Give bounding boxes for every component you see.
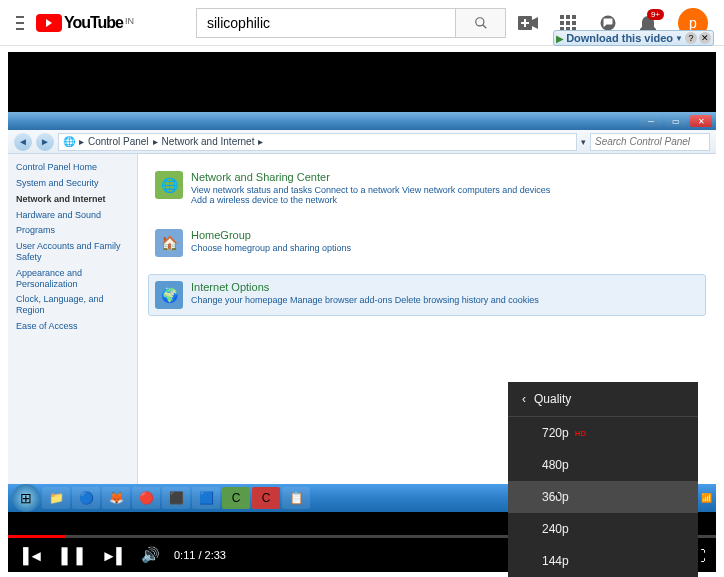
- download-help-icon[interactable]: ?: [685, 32, 697, 44]
- cursor-icon: ↖: [553, 489, 562, 502]
- next-button[interactable]: ►▌: [101, 547, 126, 564]
- window-close-icon: ✕: [690, 115, 712, 127]
- logo-text: YouTube: [64, 14, 123, 32]
- svg-point-0: [475, 17, 483, 25]
- breadcrumb-icon: 🌐: [63, 136, 75, 147]
- window-minimize-icon: ─: [640, 115, 662, 127]
- taskbar-explorer-icon: 📁: [42, 487, 70, 509]
- window-maximize-icon: ▭: [665, 115, 687, 127]
- quality-option-240p[interactable]: 240p: [508, 513, 698, 545]
- taskbar-opera-icon: 🔴: [132, 487, 160, 509]
- download-chevron-icon: ▼: [675, 34, 683, 43]
- svg-rect-7: [572, 15, 576, 19]
- previous-button[interactable]: ▐◄: [18, 547, 43, 564]
- svg-rect-5: [560, 15, 564, 19]
- cp-search-input: [590, 133, 710, 151]
- svg-rect-8: [560, 21, 564, 25]
- video-player: ─ ▭ ✕ ◄ ► 🌐 ▸ Control Panel ▸ Network an…: [8, 52, 716, 572]
- quality-option-144p[interactable]: 144p: [508, 545, 698, 577]
- internet-options-icon: 🌍: [155, 281, 183, 309]
- quality-title: Quality: [534, 392, 571, 406]
- sidebar-item: Clock, Language, and Region: [16, 294, 129, 316]
- youtube-play-icon: [36, 14, 62, 32]
- taskbar-app-icon: 📋: [282, 487, 310, 509]
- download-label: Download this video: [566, 32, 673, 44]
- download-close-icon[interactable]: ✕: [699, 32, 711, 44]
- start-orb-icon: ⊞: [12, 484, 40, 512]
- quality-menu[interactable]: ‹ Quality 720pHD 480p 360p 240p 144p ✓Au…: [508, 382, 698, 577]
- homegroup-icon: 🏠: [155, 229, 183, 257]
- explorer-nav: ◄ ► 🌐 ▸ Control Panel ▸ Network and Inte…: [8, 130, 716, 154]
- taskbar-firefox-icon: 🦊: [102, 487, 130, 509]
- sidebar-item: Ease of Access: [16, 321, 129, 332]
- cp-panel-network: 🌐 Network and Sharing Center View networ…: [148, 164, 706, 212]
- svg-line-1: [482, 24, 486, 28]
- quality-option-480p[interactable]: 480p: [508, 449, 698, 481]
- create-video-icon[interactable]: [518, 13, 538, 33]
- cp-sidebar: Control Panel Home System and Security N…: [8, 154, 138, 512]
- sidebar-item: Programs: [16, 225, 129, 236]
- time-display: 0:11 / 2:33: [174, 549, 226, 561]
- search-input[interactable]: [196, 8, 456, 38]
- cp-home-link: Control Panel Home: [16, 162, 129, 172]
- nav-forward-icon: ►: [36, 133, 54, 151]
- taskbar-app-icon: 🟦: [192, 487, 220, 509]
- chevron-left-icon: ‹: [522, 392, 526, 406]
- hamburger-menu-icon[interactable]: [16, 16, 24, 30]
- hd-badge: HD: [575, 429, 587, 438]
- cp-panel-homegroup: 🏠 HomeGroup Choose homegroup and sharing…: [148, 222, 706, 264]
- svg-rect-9: [566, 21, 570, 25]
- download-play-icon: ▶: [556, 33, 564, 44]
- volume-icon[interactable]: 🔊: [141, 546, 160, 564]
- sidebar-item: Appearance and Personalization: [16, 268, 129, 290]
- sidebar-item: System and Security: [16, 178, 129, 189]
- window-titlebar: ─ ▭ ✕: [8, 112, 716, 130]
- download-video-bar[interactable]: ▶ Download this video ▼ ? ✕: [553, 30, 714, 46]
- taskbar-app-icon: C: [252, 487, 280, 509]
- nav-back-icon: ◄: [14, 133, 32, 151]
- svg-rect-6: [566, 15, 570, 19]
- logo-region: IN: [125, 16, 134, 26]
- search-button[interactable]: [456, 8, 506, 38]
- taskbar-app-icon: ⬛: [162, 487, 190, 509]
- taskbar-chrome-icon: 🔵: [72, 487, 100, 509]
- cp-panel-internet: 🌍 Internet Options Change your homepage …: [148, 274, 706, 316]
- breadcrumb: 🌐 ▸ Control Panel ▸ Network and Internet…: [58, 133, 577, 151]
- quality-option-360p[interactable]: 360p: [508, 481, 698, 513]
- network-sharing-icon: 🌐: [155, 171, 183, 199]
- quality-header[interactable]: ‹ Quality: [508, 382, 698, 417]
- sidebar-item: User Accounts and Family Safety: [16, 241, 129, 263]
- youtube-logo[interactable]: YouTube IN: [36, 14, 134, 32]
- taskbar-app-icon: C: [222, 487, 250, 509]
- svg-rect-4: [524, 19, 526, 27]
- sidebar-item: Hardware and Sound: [16, 210, 129, 221]
- notification-badge: 9+: [647, 9, 664, 20]
- pause-button[interactable]: ❚❚: [57, 544, 87, 566]
- search-icon: [474, 16, 488, 30]
- svg-rect-10: [572, 21, 576, 25]
- quality-option-720p[interactable]: 720pHD: [508, 417, 698, 449]
- sidebar-item-active: Network and Internet: [16, 194, 129, 205]
